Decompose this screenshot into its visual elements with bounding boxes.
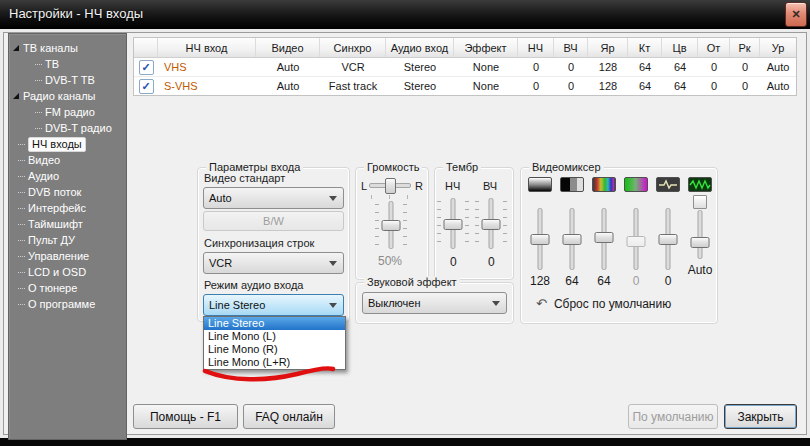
- sync-select[interactable]: VCR: [203, 252, 344, 274]
- column-header[interactable]: ВЧ: [554, 38, 588, 57]
- balance-right-label: R: [415, 180, 423, 192]
- slider-thumb[interactable]: [659, 234, 678, 245]
- auto-gain-checkbox[interactable]: [693, 195, 707, 209]
- saturation-icon: [624, 177, 648, 192]
- faq-button[interactable]: FAQ онлайн: [243, 404, 335, 429]
- cell: Stereo: [386, 58, 454, 76]
- column-header[interactable]: Аудио вход: [386, 38, 454, 57]
- bass-slider[interactable]: [444, 198, 462, 249]
- sidebar-item-interface[interactable]: Интерфейс: [9, 200, 126, 216]
- sidebar-item-audio[interactable]: Аудио: [9, 168, 126, 184]
- dropdown-option[interactable]: Line Stereo: [204, 317, 345, 330]
- help-button[interactable]: Помощь - F1: [133, 404, 238, 429]
- sound-effect-select[interactable]: Выключен: [362, 292, 507, 314]
- brightness-slider[interactable]: [531, 208, 549, 270]
- bass-value: 0: [450, 255, 457, 269]
- cell-input-name: S-VHS: [158, 77, 256, 95]
- sidebar-item-label: FM радио: [45, 104, 95, 120]
- audio-mode-dropdown: Line Stereo Line Mono (L) Line Mono (R) …: [203, 316, 346, 370]
- slider-thumb[interactable]: [627, 236, 646, 247]
- sidebar-item-label: Видео: [28, 152, 60, 168]
- slider-thumb[interactable]: [482, 219, 501, 230]
- video-standard-select[interactable]: Auto: [203, 187, 344, 209]
- sidebar-item-control[interactable]: Управление: [9, 248, 126, 264]
- row-checkbox[interactable]: ✓: [139, 79, 154, 94]
- header-checkbox-col[interactable]: [134, 38, 158, 57]
- slider-thumb[interactable]: [595, 232, 614, 243]
- treble-slider[interactable]: [482, 198, 500, 249]
- dropdown-option[interactable]: Line Mono (L): [204, 330, 345, 343]
- bw-button[interactable]: B/W: [203, 211, 344, 231]
- sidebar-item-lcd-osd[interactable]: LCD и OSD: [9, 264, 126, 280]
- column-header[interactable]: Цв: [662, 38, 698, 57]
- column-header[interactable]: Яр: [588, 38, 628, 57]
- sidebar-item-about-program[interactable]: О программе: [9, 296, 126, 312]
- slider-thumb[interactable]: [385, 178, 396, 194]
- selected-value: Auto: [204, 192, 329, 204]
- column-header[interactable]: От: [698, 38, 730, 57]
- table-header: НЧ вход Видео Синхро Аудио вход Эффект Н…: [134, 38, 796, 58]
- column-header[interactable]: Кт: [628, 38, 662, 57]
- column-header[interactable]: Ур: [760, 38, 796, 57]
- cell-input-name: VHS: [158, 58, 256, 76]
- cell: VCR: [320, 58, 386, 76]
- dropdown-option[interactable]: Line Mono (R): [204, 343, 345, 356]
- close-button[interactable]: ✕: [785, 2, 807, 27]
- default-button[interactable]: По умолчанию: [628, 404, 718, 429]
- audio-mode-select[interactable]: Line Stereo: [203, 294, 344, 316]
- close-window-button[interactable]: Закрыть: [724, 404, 797, 429]
- selected-value: Выключен: [363, 297, 492, 309]
- slider-thumb[interactable]: [382, 220, 401, 231]
- column-header[interactable]: Синхро: [320, 38, 386, 57]
- reset-defaults-button[interactable]: ↶ Сброс по умолчанию: [536, 296, 706, 311]
- column-header[interactable]: Видео: [256, 38, 320, 57]
- sidebar-item-dvb-stream[interactable]: DVB поток: [9, 184, 126, 200]
- column-header[interactable]: НЧ: [518, 38, 554, 57]
- slider-thumb[interactable]: [691, 237, 710, 248]
- slider-track[interactable]: [698, 210, 703, 259]
- sharpness-slider[interactable]: [659, 208, 677, 270]
- sidebar-item-label: НЧ входы: [28, 137, 86, 152]
- audio-mode-label: Режим аудио входа: [204, 279, 303, 291]
- treble-label: ВЧ: [483, 180, 497, 192]
- slider-thumb[interactable]: [531, 234, 550, 245]
- contrast-slider[interactable]: [563, 208, 581, 270]
- chevron-down-icon: [329, 303, 337, 308]
- column-header[interactable]: Рк: [730, 38, 760, 57]
- bass-label: НЧ: [445, 180, 460, 192]
- slider-thumb[interactable]: [444, 219, 463, 230]
- denoise-slider[interactable]: [691, 210, 709, 259]
- slider-thumb[interactable]: [563, 234, 582, 245]
- cell: 64: [628, 77, 662, 95]
- sidebar-item-remote[interactable]: Пульт ДУ: [9, 232, 126, 248]
- cell: 128: [588, 77, 628, 95]
- expander-icon: [13, 45, 19, 51]
- sidebar-item-label: LCD и OSD: [28, 264, 86, 280]
- sidebar-item-timeshift[interactable]: Таймшифт: [9, 216, 126, 232]
- cell: Auto: [256, 58, 320, 76]
- sidebar-item-video[interactable]: Видео: [9, 152, 126, 168]
- selected-value: Line Stereo: [204, 299, 329, 311]
- cell: 0: [554, 58, 588, 76]
- dropdown-option[interactable]: Line Mono (L+R): [204, 356, 345, 369]
- table-row-vhs[interactable]: ✓ VHS Auto VCR Stereo None 0 0 128 64 64…: [134, 58, 796, 77]
- sidebar-item-tv[interactable]: ТВ: [9, 56, 126, 72]
- volume-slider[interactable]: [382, 201, 400, 249]
- hue-slider[interactable]: [595, 208, 613, 270]
- sidebar-item-dvbt-tv[interactable]: DVB-T ТВ: [9, 72, 126, 88]
- cell: Auto: [760, 58, 796, 76]
- sidebar-item-dvbt-radio[interactable]: DVB-T радио: [9, 120, 126, 136]
- sidebar-item-label: Пульт ДУ: [28, 232, 75, 248]
- column-header[interactable]: НЧ вход: [158, 38, 256, 57]
- sidebar-item-tv-channels[interactable]: ТВ каналы: [9, 40, 126, 56]
- sidebar-item-lf-inputs[interactable]: НЧ входы: [9, 136, 126, 152]
- saturation-slider[interactable]: [627, 208, 645, 270]
- table-row-svhs[interactable]: ✓ S-VHS Auto Fast track Stereo None 0 0 …: [134, 77, 796, 95]
- balance-slider[interactable]: [369, 178, 411, 192]
- row-checkbox[interactable]: ✓: [139, 60, 154, 75]
- sidebar-item-about-tuner[interactable]: О тюнере: [9, 280, 126, 296]
- column-header[interactable]: Эффект: [454, 38, 518, 57]
- sidebar-item-radio-channels[interactable]: Радио каналы: [9, 88, 126, 104]
- denoise-icon: [688, 177, 712, 192]
- sidebar-item-fm-radio[interactable]: FM радио: [9, 104, 126, 120]
